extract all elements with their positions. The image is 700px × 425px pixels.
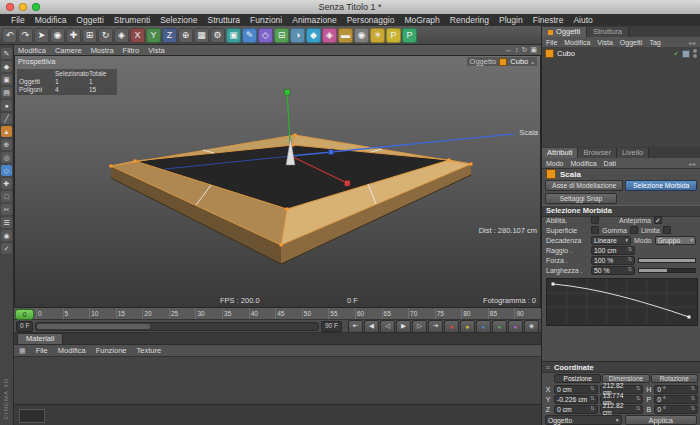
prev-frame-button[interactable]: ◁	[380, 320, 395, 333]
materials-menu-item[interactable]: File	[36, 346, 48, 355]
polygons-mode-icon[interactable]: ▲	[1, 126, 12, 137]
larghezza-slider[interactable]	[638, 268, 696, 273]
lock-z-axis-icon[interactable]: Z	[162, 28, 177, 43]
add-light-icon[interactable]: ☀	[370, 28, 385, 43]
coordinate-system-icon[interactable]: ⊕	[178, 28, 193, 43]
red-axis-handle[interactable]	[345, 181, 351, 187]
spinner-icon[interactable]: ⇅	[690, 396, 695, 402]
range-end-field[interactable]: 90 F	[321, 321, 342, 332]
workplane-mode-icon[interactable]: ▤	[1, 87, 12, 98]
attribute-tab[interactable]: Livello	[617, 148, 649, 158]
close-button[interactable]	[6, 3, 14, 11]
posizione-header-button[interactable]: Posizione	[554, 374, 601, 383]
record-scale-button[interactable]: ●	[492, 320, 507, 333]
menu-item[interactable]: Aiuto	[568, 15, 597, 25]
range-start-field[interactable]: 0 F	[16, 321, 33, 332]
add-spline-icon[interactable]: ✎	[242, 28, 257, 43]
object-manager-tab[interactable]: Oggetti	[542, 27, 587, 37]
attribute-menu-item[interactable]: Modifica	[571, 160, 597, 167]
dimension-field[interactable]: 212.82 cm⇅	[600, 405, 644, 414]
menu-item[interactable]: File	[6, 15, 30, 25]
viewport-solo-icon[interactable]: ◎	[1, 152, 12, 163]
goto-start-button[interactable]: ⇤	[348, 320, 363, 333]
anteprima-checkbox[interactable]: ✓	[654, 216, 662, 224]
falloff-curve-editor[interactable]	[546, 278, 698, 326]
apply-button[interactable]: Applica	[625, 415, 698, 425]
spinner-icon[interactable]: ⇅	[627, 247, 632, 253]
rotation-field[interactable]: 0 °⇅	[654, 405, 698, 414]
goto-end-button[interactable]: ⇥	[428, 320, 443, 333]
undo-icon[interactable]: ↶	[2, 28, 17, 43]
materials-menu-item[interactable]: Modifica	[58, 346, 86, 355]
spinner-icon[interactable]: ⇅	[627, 257, 632, 263]
spinner-icon[interactable]: ⇅	[636, 406, 641, 412]
material-swatch-area[interactable]	[19, 409, 45, 423]
Cubo[interactable]: Cubo ✓	[542, 47, 700, 60]
next-frame-button[interactable]: ▷	[412, 320, 427, 333]
menu-item[interactable]: Strumenti	[109, 15, 155, 25]
edges-mode-icon[interactable]: ╱	[1, 113, 12, 124]
make-editable-icon[interactable]: ✎	[1, 48, 12, 59]
record-parameter-button[interactable]: ◆	[524, 320, 539, 333]
render-view-icon[interactable]: ▦	[194, 28, 209, 43]
menu-item[interactable]: Personaggio	[342, 15, 400, 25]
snapping-icon[interactable]: ◇	[1, 165, 12, 176]
add-camera-icon[interactable]: ◉	[354, 28, 369, 43]
spinner-icon[interactable]: ⇅	[590, 396, 595, 402]
lock-x-axis-icon[interactable]: X	[130, 28, 145, 43]
decadenza-dropdown[interactable]: Lineare▾	[591, 236, 631, 245]
object-list[interactable]: Cubo ✓	[542, 47, 700, 148]
render-settings-icon[interactable]: ⚙	[210, 28, 225, 43]
menu-item[interactable]: Finestre	[528, 15, 569, 25]
spinner-icon[interactable]: ⇅	[690, 406, 695, 412]
superficie-checkbox[interactable]	[591, 226, 599, 234]
texture-mode-icon[interactable]: ▣	[1, 74, 12, 85]
viewport-label[interactable]: Prospettiva	[18, 57, 56, 66]
timeline-range-slider[interactable]	[35, 322, 319, 331]
limita-checkbox[interactable]	[663, 226, 671, 234]
position-field[interactable]: -0.226 cm⇅	[554, 395, 598, 404]
spinner-icon[interactable]: ⇅	[590, 406, 595, 412]
object-manager-menu-item[interactable]: File	[546, 39, 557, 46]
selection-tool-icon[interactable]: ➤	[34, 28, 49, 43]
add-boole-icon[interactable]: ◑	[290, 28, 305, 43]
object-manager-menu-item[interactable]: Tag	[649, 39, 660, 46]
viewport-menu-item[interactable]: Vista	[148, 46, 165, 55]
snap-settings-button[interactable]: Settaggi Snap	[545, 193, 617, 204]
target-icon[interactable]: ◉	[1, 230, 12, 241]
record-position-button[interactable]: ●	[476, 320, 491, 333]
viewport-menu-item[interactable]: Modifica	[18, 46, 46, 55]
perspective-viewport[interactable]: Prospettiva Selezionato Totale Oggetti 1…	[14, 55, 541, 308]
object-manager-menu-item[interactable]: Vista	[597, 39, 612, 46]
rotazione-header-button[interactable]: Rotazione	[651, 374, 698, 383]
falloff-curve[interactable]	[553, 284, 689, 317]
add-deformer-icon[interactable]: ◈	[322, 28, 337, 43]
hud-active-object[interactable]: Oggetto Cubo ▴	[467, 57, 537, 66]
scale-tool-icon[interactable]: ⊞	[82, 28, 97, 43]
autokey-button[interactable]: ●	[460, 320, 475, 333]
minimize-button[interactable]	[19, 3, 27, 11]
toggle-views-icon[interactable]: ▣	[530, 46, 537, 54]
viewport-menu-item[interactable]: Camere	[55, 46, 82, 55]
menu-item[interactable]: MoGraph	[399, 15, 444, 25]
rotation-field[interactable]: 0 °⇅	[654, 395, 698, 404]
x-axis-handle[interactable]	[329, 150, 334, 155]
rotate-view-icon[interactable]: ↻	[522, 46, 528, 54]
spinner-icon[interactable]: ⇅	[590, 386, 595, 392]
abilita-checkbox[interactable]	[591, 216, 599, 224]
raggio-field[interactable]: 100 cm⇅	[591, 246, 635, 255]
viewport-menu-item[interactable]: Filtro	[123, 46, 140, 55]
zoom-view-icon[interactable]: ↕	[515, 46, 519, 54]
add-floor-icon[interactable]: ▬	[338, 28, 353, 43]
rotation-field[interactable]: 0 °⇅	[654, 385, 698, 394]
phong-tag-icon[interactable]	[682, 50, 690, 58]
prev-key-button[interactable]: ◀	[364, 320, 379, 333]
enabled-check-icon[interactable]: ✓	[673, 50, 679, 58]
layers-icon[interactable]: ☰	[1, 217, 12, 228]
add-nurbs-icon[interactable]: ◇	[258, 28, 273, 43]
visibility-dots[interactable]	[693, 49, 697, 58]
object-name[interactable]: Cubo	[557, 49, 575, 58]
play-button[interactable]: ▶	[396, 320, 411, 333]
check-icon[interactable]: ✓	[1, 243, 12, 254]
larghezza-field[interactable]: 50 %⇅	[591, 266, 635, 275]
